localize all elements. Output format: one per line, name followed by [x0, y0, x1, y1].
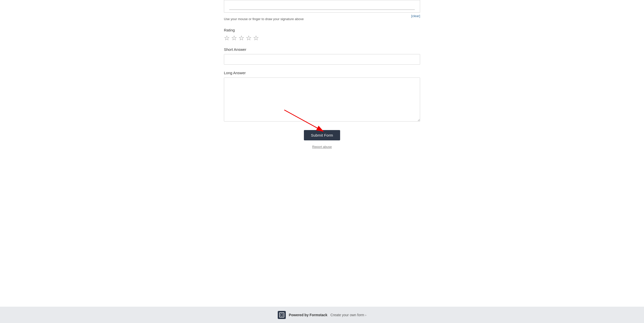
powered-by-text: Powered by Formstack	[289, 313, 327, 317]
clear-signature-link[interactable]: [clear]	[411, 14, 420, 18]
long-answer-textarea[interactable]	[224, 77, 420, 122]
star-4[interactable]: ☆	[246, 35, 252, 41]
long-answer-label: Long Answer	[224, 71, 420, 75]
rating-section: Rating ☆ ☆ ☆ ☆ ☆	[224, 28, 420, 41]
formstack-logo-icon	[279, 312, 284, 317]
chevron-right-icon: ›	[365, 313, 366, 317]
short-answer-label: Short Answer	[224, 47, 420, 52]
signature-canvas[interactable]	[224, 0, 420, 13]
star-3[interactable]: ☆	[238, 35, 244, 41]
star-5[interactable]: ☆	[253, 35, 259, 41]
powered-by-formstack-label: Powered by Formstack	[289, 313, 327, 317]
rating-stars[interactable]: ☆ ☆ ☆ ☆ ☆	[224, 35, 420, 41]
short-answer-section: Short Answer	[224, 47, 420, 65]
submit-form-button[interactable]: Submit Form	[304, 130, 340, 140]
signature-instructions: Use your mouse or finger to draw your si…	[224, 17, 304, 21]
rating-label: Rating	[224, 28, 420, 32]
long-answer-section: Long Answer	[224, 71, 420, 123]
formstack-logo	[278, 311, 286, 319]
star-1[interactable]: ☆	[224, 35, 230, 41]
short-answer-input[interactable]	[224, 54, 420, 65]
create-own-form-label: Create your own form	[330, 313, 364, 317]
report-abuse-button[interactable]: Report abuse	[312, 145, 332, 149]
submit-section: Submit Form Report abuse	[224, 130, 420, 149]
footer: Powered by Formstack Create your own for…	[0, 307, 644, 323]
create-own-form-link[interactable]: Create your own form ›	[330, 313, 366, 317]
star-2[interactable]: ☆	[231, 35, 237, 41]
